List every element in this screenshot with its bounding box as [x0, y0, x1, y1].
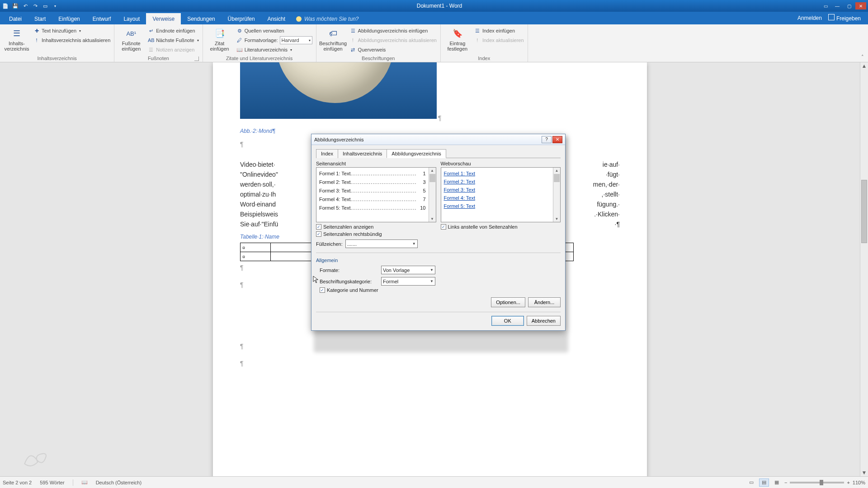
proofing-icon[interactable]: 📖	[81, 479, 88, 485]
tab-verweise[interactable]: Verweise	[146, 13, 181, 24]
chk-use-hyperlinks[interactable]: Links anstelle von Seitenzahlen	[441, 224, 561, 230]
options-button[interactable]: Optionen...	[491, 297, 525, 307]
web-preview-link: Formel 1: Text	[444, 169, 551, 178]
scroll-thumb[interactable]	[861, 180, 867, 243]
tab-datei[interactable]: Datei	[3, 13, 28, 24]
group-label-index: Index	[444, 56, 524, 62]
group-label-citations: Zitate und Literaturverzeichnis	[207, 56, 312, 62]
close-icon[interactable]: ✕	[855, 2, 866, 9]
footnotes-launcher-icon[interactable]	[194, 56, 199, 61]
touch-mode-icon[interactable]: ▭	[42, 2, 49, 9]
scroll-down-icon[interactable]: ▼	[860, 469, 868, 476]
insert-figure-index-button[interactable]: ☰Abbildungsverzeichnis einfügen	[350, 26, 437, 35]
dialog-close-icon[interactable]: ✕	[552, 136, 562, 143]
zoom-level[interactable]: 110%	[853, 480, 865, 485]
watermark-logo	[18, 441, 51, 474]
leader-combo[interactable]: .......▼	[345, 239, 418, 248]
zoom-out-icon[interactable]: −	[784, 480, 787, 485]
qat-customize-icon[interactable]: ▾	[52, 2, 59, 9]
print-preview-label: Seitenansicht	[316, 161, 436, 166]
maximize-icon[interactable]: ▢	[844, 2, 854, 9]
tab-entwurf[interactable]: Entwurf	[86, 13, 118, 24]
insert-citation-button[interactable]: 📑 Zitat einfügen	[207, 26, 233, 52]
view-read-icon[interactable]: ▭	[746, 479, 756, 487]
show-notes-button[interactable]: ☰Notizen anzeigen	[148, 45, 198, 54]
tab-ansicht[interactable]: Ansicht	[261, 13, 292, 24]
insert-index-button[interactable]: ☰Index einfügen	[474, 26, 524, 35]
undo-icon[interactable]: ↶	[22, 2, 29, 9]
cancel-button[interactable]: Abbrechen	[527, 316, 561, 326]
add-text-button[interactable]: ✚Text hinzufügen▾	[33, 26, 110, 35]
print-preview-scrollbar[interactable]: ▲▼	[429, 168, 436, 222]
formats-combo[interactable]: Von Vorlage▼	[381, 266, 435, 274]
web-preview-box: Formel 1: TextFormel 2: TextFormel 3: Te…	[441, 167, 561, 222]
redo-icon[interactable]: ↷	[32, 2, 39, 9]
update-fig-icon: !	[350, 37, 356, 43]
checkbox-icon	[316, 231, 321, 237]
next-footnote-button[interactable]: ABNächste Fußnote▾	[148, 36, 198, 45]
chk-show-page-numbers[interactable]: Seitenzahlen anzeigen	[316, 224, 436, 230]
scroll-up-icon[interactable]: ▲	[860, 62, 868, 70]
manage-sources-button[interactable]: ⚙Quellen verwalten	[236, 26, 312, 35]
update-toc-button[interactable]: !Inhaltsverzeichnis aktualisieren	[33, 36, 110, 45]
tab-ueberpruefen[interactable]: Überprüfen	[222, 13, 261, 24]
update-index-button[interactable]: !Index aktualisieren	[474, 36, 524, 45]
dialog-tab-index[interactable]: Index	[316, 149, 338, 158]
ok-button[interactable]: OK	[491, 316, 524, 326]
sign-in-link[interactable]: Anmelden	[797, 15, 822, 21]
group-label-captions: Beschriftungen	[320, 56, 437, 62]
toc-preview-line: Formel 1: Text .........................…	[319, 169, 426, 178]
vertical-scrollbar[interactable]: ▲ ▼	[860, 62, 868, 476]
window-controls: ▭ ― ▢ ✕	[820, 2, 866, 9]
app-icon: 📄	[2, 2, 9, 9]
toc-button[interactable]: ☰ Inhalts- verzeichnis	[4, 26, 30, 52]
tab-start[interactable]: Start	[28, 13, 52, 24]
citation-style-combo[interactable]: 🖊 Formatvorlage: Harvard▾	[236, 36, 312, 45]
bulb-icon	[296, 16, 302, 22]
insert-caption-button[interactable]: 🏷 Beschriftung einfügen	[320, 26, 346, 52]
ribbon-display-icon[interactable]: ▭	[820, 2, 831, 9]
save-icon[interactable]: 💾	[12, 2, 19, 9]
status-words[interactable]: 595 Wörter	[40, 480, 64, 485]
show-notes-icon: ☰	[148, 47, 154, 53]
mark-entry-button[interactable]: 🔖 Eintrag festlegen	[444, 26, 471, 52]
tell-me-search[interactable]: Was möchten Sie tun?	[292, 14, 363, 24]
insert-footnote-button[interactable]: AB¹ Fußnote einfügen	[118, 26, 144, 52]
dialog-tab-tof[interactable]: Abbildungsverzeichnis	[387, 149, 446, 158]
table-of-figures-dialog: Abbildungsverzeichnis ? ✕ Index Inhaltsv…	[311, 134, 566, 331]
footnote-icon: AB¹	[125, 27, 137, 40]
zoom-slider[interactable]	[790, 482, 844, 483]
moon-image[interactable]	[240, 62, 437, 119]
status-page[interactable]: Seite 2 von 2	[3, 480, 32, 485]
insert-endnote-button[interactable]: ↵Endnote einfügen	[148, 26, 198, 35]
view-web-icon[interactable]: ▦	[772, 479, 782, 487]
modify-button[interactable]: Ändern...	[528, 297, 561, 307]
status-language[interactable]: Deutsch (Österreich)	[96, 480, 142, 485]
tab-layout[interactable]: Layout	[117, 13, 146, 24]
view-print-icon[interactable]: ▤	[759, 479, 769, 487]
print-preview-box: Formel 1: Text .........................…	[316, 167, 436, 222]
web-preview-scrollbar[interactable]: ▲▼	[553, 168, 560, 222]
tab-sendungen[interactable]: Sendungen	[181, 13, 221, 24]
dialog-tab-toc[interactable]: Inhaltsverzeichnis	[338, 149, 387, 158]
cross-reference-button[interactable]: ⇄Querverweis	[350, 45, 437, 54]
chk-right-align-numbers[interactable]: Seitenzahlen rechtsbündig	[316, 231, 436, 237]
minimize-icon[interactable]: ―	[832, 2, 843, 9]
dialog-title-bar[interactable]: Abbildungsverzeichnis ? ✕	[311, 134, 565, 145]
style-icon: 🖊	[236, 37, 243, 43]
bibliography-button[interactable]: 📖Literaturverzeichnis▾	[236, 45, 312, 54]
category-combo[interactable]: Formel▼	[381, 277, 435, 286]
web-preview-link: Formel 3: Text	[444, 186, 551, 194]
add-text-icon: ✚	[33, 28, 40, 34]
collapse-ribbon-icon[interactable]: ˄	[857, 24, 868, 62]
chk-category-and-number[interactable]: Kategorie und Nummer	[320, 287, 561, 293]
share-button[interactable]: Freigeben	[828, 14, 861, 22]
checkbox-icon	[441, 224, 446, 230]
zoom-in-icon[interactable]: +	[847, 480, 849, 485]
dialog-help-icon[interactable]: ?	[542, 136, 552, 143]
category-label: Beschriftungskategorie:	[320, 279, 378, 284]
dialog-title: Abbildungsverzeichnis	[314, 137, 363, 142]
update-figure-index-button[interactable]: !Abbildungsverzeichnis aktualisieren	[350, 36, 437, 45]
tab-einfuegen[interactable]: Einfügen	[52, 13, 86, 24]
web-preview-label: Webvorschau	[441, 161, 561, 166]
